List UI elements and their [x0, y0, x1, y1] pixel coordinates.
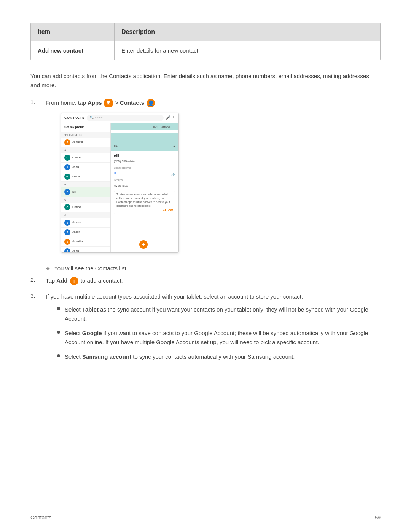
table-header: Item Description — [31, 23, 380, 41]
bullet-dot-google — [57, 331, 60, 334]
section-favorites: ★ FAVORITES — [61, 132, 110, 138]
detail-num-label: B+ — [114, 144, 118, 149]
bullet-dot-samsung — [57, 354, 60, 357]
name-carlos: Carlos — [72, 205, 81, 210]
section-j: J — [61, 212, 110, 218]
sub-bullets: Select Tablet as the sync account if you… — [57, 305, 381, 361]
sub-bullet-google-text: Select Google if you want to save contac… — [65, 329, 381, 347]
name-john: John — [72, 249, 79, 252]
sub-bullet-tablet: Select Tablet as the sync account if you… — [57, 305, 381, 323]
name-maria-a: Maria — [72, 174, 80, 179]
google-icon: G — [114, 171, 175, 176]
header-item: Item — [31, 23, 115, 41]
contact-bill: B Bill — [61, 187, 110, 197]
step-2-num: 2. — [30, 276, 46, 283]
sub-bullet-samsung-text: Select Samsung account to sync your cont… — [65, 352, 295, 361]
contact-john-a: J John — [61, 163, 110, 172]
footer-right: 59 — [374, 514, 381, 521]
detail-header-actions: EDIT SHARE ⋮ — [111, 123, 178, 130]
screenshot-body: Set my profile ★ FAVORITES J Jennifer A … — [61, 123, 178, 252]
name-jennifer-fav: Jennifer — [72, 140, 83, 145]
step-3-content: If you have multiple account types assoc… — [46, 292, 381, 367]
avatar-john: J — [64, 248, 70, 252]
google-bold: Google — [82, 330, 102, 336]
step-3: 3. If you have multiple account types as… — [30, 292, 381, 367]
screenshot-topbar: CONTACTS 🔍 Search 🎤 ⋮ — [61, 113, 178, 123]
contact-jennifer: J Jennifer — [61, 237, 110, 247]
section-b: B — [61, 182, 110, 187]
contact-carlos-a: C Carlos — [61, 153, 110, 163]
share-label: SHARE — [161, 125, 170, 129]
name-jennifer: Jennifer — [72, 239, 83, 244]
contact-james: J James — [61, 218, 110, 228]
step-2: 2. Tap Add + to add a contact. — [30, 276, 381, 285]
contact-maria-a: M Maria — [61, 172, 110, 182]
sub-bullet-tablet-text: Select Tablet as the sync account if you… — [65, 305, 381, 323]
avatar-james: J — [64, 220, 70, 226]
contact-list: Set my profile ★ FAVORITES J Jennifer A … — [61, 123, 111, 252]
avatar-carlos-a: C — [64, 155, 70, 161]
section-a: A — [61, 147, 110, 153]
step-1-content: From home, tap Apps ⊞ > Contacts 👤 CONTA… — [46, 98, 381, 258]
groups-label: Groups — [114, 178, 175, 182]
row-item: Add new contact — [31, 41, 115, 60]
tablet-bold: Tablet — [82, 306, 99, 313]
diamond-icon: ❖ — [46, 266, 50, 272]
bullet-note-text: You will see the Contacts list. — [54, 265, 128, 272]
avatar-bill: B — [64, 189, 70, 195]
bullet-note: ❖ You will see the Contacts list. — [46, 265, 381, 272]
set-profile: Set my profile — [61, 123, 110, 132]
table-row: Add new contact Enter details for a new … — [31, 41, 380, 60]
edit-label: EDIT — [153, 125, 159, 129]
step-2-add-label: Add — [56, 277, 67, 284]
name-john-a: John — [72, 165, 79, 170]
section-c: C — [61, 197, 110, 203]
avatar-maria-a: M — [64, 174, 70, 180]
detail-banner: B+ ★ — [111, 133, 178, 151]
fab-add[interactable]: + — [139, 240, 148, 249]
groups-value: My contacts — [114, 184, 175, 188]
name-james: James — [72, 220, 81, 225]
name-jason: Jason — [72, 230, 80, 235]
link-icon: 🔗 — [171, 172, 175, 177]
name-bill: Bill — [72, 190, 76, 195]
sub-bullet-google: Select Google if you want to save contac… — [57, 329, 381, 347]
row-desc: Enter details for a new contact. — [115, 41, 380, 60]
sub-bullet-samsung: Select Samsung account to sync your cont… — [57, 352, 381, 361]
footer: Contacts 59 — [30, 514, 381, 521]
contacts-label: CONTACTS — [64, 115, 84, 120]
contact-carlos: C Carlos — [61, 203, 110, 212]
contacts-icon: 👤 — [147, 99, 155, 107]
step-3-num: 3. — [30, 292, 46, 299]
detail-star: ★ — [173, 144, 175, 149]
search-bar: 🔍 Search — [87, 115, 164, 121]
step-1-contacts: Contacts — [120, 99, 144, 106]
detail-phone: (555) 555-4444 — [114, 159, 175, 164]
allow-button[interactable]: ALLOW — [116, 209, 173, 212]
intro-paragraph: You can add contacts from the Contacts a… — [30, 72, 381, 90]
step-1-num: 1. — [30, 98, 46, 105]
name-carlos-a: Carlos — [72, 155, 81, 160]
step-1-apps: Apps — [88, 99, 102, 106]
step-2-content: Tap Add + to add a contact. — [46, 276, 381, 285]
info-table: Item Description Add new contact Enter d… — [30, 23, 381, 60]
more-options: ⋮ — [173, 125, 175, 129]
contact-john: J John — [61, 247, 110, 252]
footer-left: Contacts — [30, 514, 51, 521]
samsung-bold: Samsung account — [82, 353, 131, 360]
add-icon: + — [70, 277, 78, 285]
permission-box: To view recent events and a list of reco… — [114, 191, 175, 214]
header-desc: Description — [115, 23, 380, 41]
apps-icon: ⊞ — [104, 99, 113, 107]
avatar-carlos: C — [64, 204, 70, 210]
avatar-jennifer-fav: J — [64, 139, 70, 145]
contact-jennifer-fav: J Jennifer — [61, 138, 110, 147]
avatar-jennifer: J — [64, 239, 70, 245]
permission-text: To view recent events and a list of reco… — [116, 193, 170, 207]
detail-name: Bill — [114, 153, 175, 158]
contact-detail-panel: EDIT SHARE ⋮ B+ ★ Bill (555) 555-4444 Co… — [111, 123, 178, 252]
step-1: 1. From home, tap Apps ⊞ > Contacts 👤 CO… — [30, 98, 381, 258]
avatar-john-a: J — [64, 164, 70, 170]
bullet-dot-tablet — [57, 307, 60, 310]
avatar-jason: J — [64, 229, 70, 235]
